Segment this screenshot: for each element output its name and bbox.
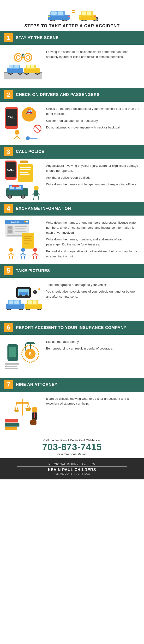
svg-rect-19 [79, 16, 81, 17]
step-5-text-p2: You should also have pictures of your ve… [46, 289, 140, 299]
header-illustration: = [3, 4, 141, 21]
step-4-image: ID CARD [4, 220, 42, 254]
cta-line1: Call the law firm of Kevin Paul Childers… [5, 438, 139, 442]
svg-point-51 [15, 130, 19, 135]
svg-text:=: = [71, 8, 75, 15]
svg-rect-101 [24, 242, 30, 244]
step-6-text-p2: Be honest, lying can result in denial of… [46, 346, 140, 351]
svg-point-102 [9, 248, 13, 252]
step-2-text-p1: Check on the other occupants of your own… [46, 106, 140, 116]
step-4-number: 4 [4, 204, 13, 213]
step-6-number: 6 [4, 323, 13, 332]
svg-point-114 [33, 248, 37, 252]
step-7-content: It can be difficult knowing what to do a… [0, 392, 144, 435]
step-6-text-p1: Explain the facts clearly. [46, 340, 140, 344]
svg-rect-64 [23, 160, 28, 164]
step-3-number: 3 [4, 147, 13, 156]
footer-section: PERSONAL INJURY LAW FIRM KEVIN PAUL CHIL… [0, 458, 144, 480]
svg-point-74 [8, 196, 11, 198]
svg-point-92 [8, 230, 13, 233]
svg-text:★: ★ [22, 54, 24, 56]
step-2-number: 2 [4, 90, 13, 99]
svg-rect-30 [14, 65, 19, 68]
step-5-title: TAKE PICTURES [16, 268, 50, 273]
svg-rect-165 [5, 427, 17, 430]
svg-text:CALL: CALL [7, 168, 14, 171]
svg-rect-65 [20, 167, 31, 168]
svg-rect-6 [51, 12, 57, 15]
svg-line-58 [35, 126, 40, 131]
svg-point-42 [26, 56, 30, 59]
svg-rect-99 [24, 238, 31, 239]
step-1-text-p1: Leaving the scene of an accident where s… [46, 50, 140, 60]
svg-line-111 [23, 253, 26, 255]
svg-text:CALL: CALL [8, 116, 15, 119]
svg-point-40 [16, 56, 20, 59]
footer-tagline: ALL WE DO IS INJURY LAW [3, 472, 141, 475]
svg-text:+: + [28, 116, 30, 118]
step4-illustration: ID CARD [4, 215, 42, 259]
step-1-bar: 1 STAY AT THE SCENE [0, 31, 144, 45]
step-6-image: $ ✓ ✓ [4, 340, 42, 373]
svg-text:ID CARD: ID CARD [11, 221, 20, 224]
step-3-text: Any accident involving physical injury, … [46, 164, 140, 187]
cta-line2: for a free consultation. [5, 452, 139, 456]
svg-rect-126 [9, 300, 14, 304]
step-7-number: 7 [4, 380, 13, 389]
svg-line-83 [38, 196, 39, 200]
svg-text:🚑: 🚑 [26, 108, 33, 114]
step-3-bar: 3 CALL POLICE [0, 145, 144, 158]
svg-text:✓: ✓ [5, 365, 7, 367]
svg-rect-163 [5, 419, 18, 422]
step-7-text: It can be difficult knowing what to do a… [46, 396, 140, 406]
firm-label: PERSONAL INJURY LAW FIRM [3, 463, 141, 466]
svg-rect-134 [28, 300, 32, 304]
svg-rect-20 [94, 16, 96, 17]
step-6-title: REPORT ACCIDENT TO YOUR INSURANCE COMPAN… [16, 325, 126, 330]
step-3-text-p3: Write down the names and badge numbers o… [46, 182, 140, 187]
svg-rect-93 [15, 226, 27, 227]
svg-rect-62 [18, 164, 33, 182]
step-4-title: EXCHANGE INFORMATION [16, 206, 71, 211]
svg-line-53 [14, 136, 17, 139]
svg-point-140 [19, 294, 22, 296]
svg-rect-94 [15, 228, 25, 230]
step7-illustration [4, 396, 42, 430]
cta-phone[interactable]: 703-873-7415 [5, 442, 139, 452]
step-2-text-p3: Do not attempt to move anyone with neck … [46, 125, 140, 130]
step-5-image [4, 282, 42, 316]
step-1-text: Leaving the scene of an accident where s… [46, 50, 140, 60]
step2-illustration: CALL 🚑 + [4, 105, 42, 142]
svg-text:$: $ [29, 352, 31, 356]
svg-rect-9 [68, 16, 69, 17]
svg-line-162 [28, 404, 30, 408]
step-5-text: Take photographs of damage to your vehic… [46, 282, 140, 299]
svg-line-54 [17, 136, 20, 139]
cars-svg: = [46, 4, 98, 21]
header-section: = STEPS TO TAKE AFTER A CAR ACCIDENT [0, 0, 144, 31]
step-2-image: CALL 🚑 + [4, 106, 42, 140]
svg-rect-37 [27, 65, 30, 68]
svg-rect-164 [5, 423, 19, 426]
step-4-text-p3: Be cordial and cooperative with other dr… [46, 249, 140, 259]
step-2-title: CHECK ON DRIVERS AND PASSENGERS [16, 92, 100, 97]
step1-illustration: ★ [4, 51, 42, 82]
step6-illustration: $ ✓ ✓ [4, 340, 42, 373]
step-5-bar: 5 TAKE PICTURES [0, 264, 144, 278]
footer-divider [17, 466, 127, 467]
step-2-content: CALL 🚑 + Check on the other occupants of… [0, 102, 144, 145]
step-5-number: 5 [4, 266, 13, 275]
svg-point-78 [34, 186, 39, 190]
step-3-title: CALL POLICE [16, 149, 44, 154]
step5-illustration [4, 282, 42, 316]
step-2-bar: 2 CHECK ON DRIVERS AND PASSENGERS [0, 88, 144, 102]
svg-point-145 [34, 292, 35, 292]
attorney-name: KEVIN PAUL CHILDERS [3, 468, 141, 472]
svg-rect-8 [48, 16, 50, 17]
svg-rect-95 [15, 230, 26, 232]
step-7-title: HIRE AN ATTORNEY [16, 382, 57, 387]
step-4-text: Write down the names, phone numbers, add… [46, 220, 140, 259]
svg-rect-147 [9, 347, 16, 358]
svg-rect-127 [14, 300, 19, 304]
step-4-bar: 4 EXCHANGE INFORMATION [0, 202, 144, 216]
